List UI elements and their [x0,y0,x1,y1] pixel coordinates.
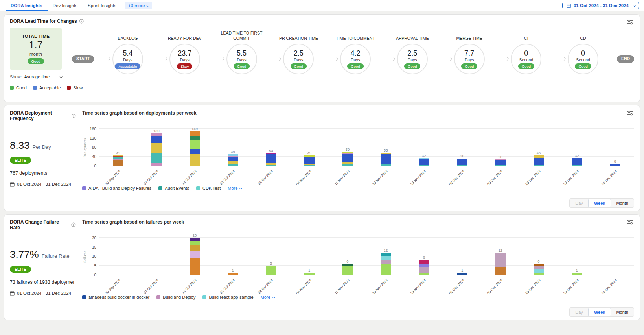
x-axis-label: 14 Oct 2024 [175,166,213,184]
stage-circle[interactable]: 2.5DaysGood [283,44,314,74]
toggle-week[interactable]: Week [588,198,611,208]
chart-bar-column[interactable]: 5428 Oct 2024 [252,129,290,166]
chart-bar-column[interactable]: 123 Dec 2024 [558,238,596,275]
panel-settings-button[interactable] [627,110,633,117]
info-icon[interactable] [71,222,76,227]
chart-bar-column[interactable]: 4504 Nov 2024 [290,129,328,166]
lead-time-legend: GoodAcceptableSlow [10,85,634,90]
date-range-picker[interactable]: 01 Oct 2024 - 31 Dec 2024 [562,2,639,9]
show-dropdown[interactable]: Show: Average time [10,74,62,79]
stage-circle[interactable]: 0SecondGood [568,44,598,74]
stage-name: TIME TO COMMENT [332,28,379,41]
stage-name: BACKLOG [105,28,151,41]
chart-bar-column[interactable]: 2014 Oct 2024 [175,238,213,275]
bar-segment [190,149,200,154]
tab-dev-insights[interactable]: Dev Insights [48,0,83,11]
chart-bar-column[interactable]: 30 Dec 2024 [596,238,634,275]
bar-segment [381,154,391,165]
chart-bar-column[interactable]: 104 Nov 2024 [290,238,328,275]
stage-value: 5.4 [123,49,132,57]
chart-bar-column[interactable]: 30 Sep 2024 [99,238,137,275]
total-time-status-badge: Good [28,58,44,64]
legend-label: Acceptable [39,85,61,90]
chart-bar-column[interactable]: 1209 Dec 2024 [481,238,519,275]
chart-bar-column[interactable]: 830 Dec 2024 [596,129,634,166]
stage-merge-time: MERGE TIME7.7DaysGood [446,28,493,79]
x-axis-label: 07 Oct 2024 [137,166,175,184]
bar-stack [228,154,238,166]
stage-circle[interactable]: 5.4DaysAcceptable [112,44,143,74]
performance-badge: ELITE [10,266,31,273]
chart-bar-column[interactable]: 3002 Dec 2024 [443,129,481,166]
chart-bar-column[interactable]: 528 Oct 2024 [252,238,290,275]
bar-stack [457,273,467,275]
chart-bar-column[interactable]: 4330 Sep 2024 [99,129,137,166]
stage-circle[interactable]: 23.7DaysSlow [169,44,200,74]
stage-circle[interactable]: 5.5DaysGood [226,44,257,74]
bar-stack [304,155,315,166]
chart-bar-column[interactable]: 4616 Dec 2024 [519,129,558,166]
toggle-day[interactable]: Day [570,199,589,207]
chart-bar-column[interactable]: 4921 Oct 2024 [214,129,252,166]
show-label: Show: [10,74,22,79]
y-axis: 04080120160 [87,129,99,166]
stage-circle[interactable]: 4.2DaysGood [340,44,371,74]
panel-settings-button[interactable] [627,219,633,226]
total-time-unit: month [29,52,42,56]
info-icon[interactable] [72,113,76,118]
toggle-day[interactable]: Day [570,308,589,316]
bar-segment [419,159,429,165]
legend-swatch [82,295,86,299]
chart-bar-column[interactable]: 5911 Nov 2024 [328,129,366,166]
legend-more-link[interactable]: More [261,295,274,300]
bar-segment [342,164,353,166]
chart-bar-column[interactable]: 14914 Oct 2024 [175,129,213,166]
bar-segment [534,158,544,165]
legend-swatch [156,295,160,299]
bar-segment [190,154,200,166]
bar-stack [419,260,429,275]
chart-bar-column[interactable]: 825 Nov 2024 [405,238,443,275]
bar-stack [610,164,620,166]
toggle-month[interactable]: Month [611,199,634,207]
legend-item-audit-events: Audit Events [158,186,189,191]
chart-bar-column[interactable]: 616 Dec 2024 [519,238,558,275]
stage-circle[interactable]: 0SecondGood [511,44,541,74]
bar-stack [266,153,276,166]
y-tick-label: 120 [90,136,96,141]
tab-more[interactable]: +3 more [125,2,153,9]
chart-bar-column[interactable]: 3223 Dec 2024 [558,129,596,166]
stage-circle[interactable]: 7.7DaysGood [454,44,485,74]
chart-bar-column[interactable]: 13907 Oct 2024 [137,129,175,166]
chart-bar-column[interactable]: 3225 Nov 2024 [405,129,443,166]
chart-plot-area: 4330 Sep 202413907 Oct 202414914 Oct 202… [99,129,634,166]
chart-bar-column[interactable]: 102 Dec 2024 [443,238,481,275]
chart-bar-column[interactable]: 2609 Dec 2024 [481,129,519,166]
chart-bar-column[interactable]: 121 Oct 2024 [214,238,252,275]
bar-value-label: 20 [193,233,197,237]
stage-name: CI [503,28,549,41]
chart-bar-column[interactable]: 1218 Nov 2024 [367,238,405,275]
panel-settings-button[interactable] [627,19,633,26]
stage-circle[interactable]: 2.5DaysGood [397,44,428,74]
toggle-month[interactable]: Month [611,308,634,316]
chart-bar-column[interactable]: 611 Nov 2024 [328,238,366,275]
bar-stack [534,155,544,166]
legend-more-link[interactable]: More [228,186,241,191]
bar-segment [151,136,162,143]
stage-unit: Days [237,57,247,62]
toggle-week[interactable]: Week [588,307,611,317]
legend-swatch [82,186,86,190]
chart-bar-column[interactable]: 5518 Nov 2024 [367,129,405,166]
info-icon[interactable] [79,19,84,24]
bar-segment [419,267,429,273]
tab-dora-insights[interactable]: DORA Insights [6,0,48,11]
date-range-value: 01 Oct 2024 - 31 Dec 2024 [574,3,629,8]
x-axis-label: 14 Oct 2024 [175,275,213,293]
chart-bar-column[interactable]: 07 Oct 2024 [137,238,175,275]
calendar-icon [10,182,15,187]
total-time-card: TOTAL TIME 1.7 month Good [10,28,62,70]
tab-sprint-insights[interactable]: Sprint Insights [83,0,121,11]
legend-swatch [158,186,162,190]
flow-start-pill: START [72,55,94,63]
